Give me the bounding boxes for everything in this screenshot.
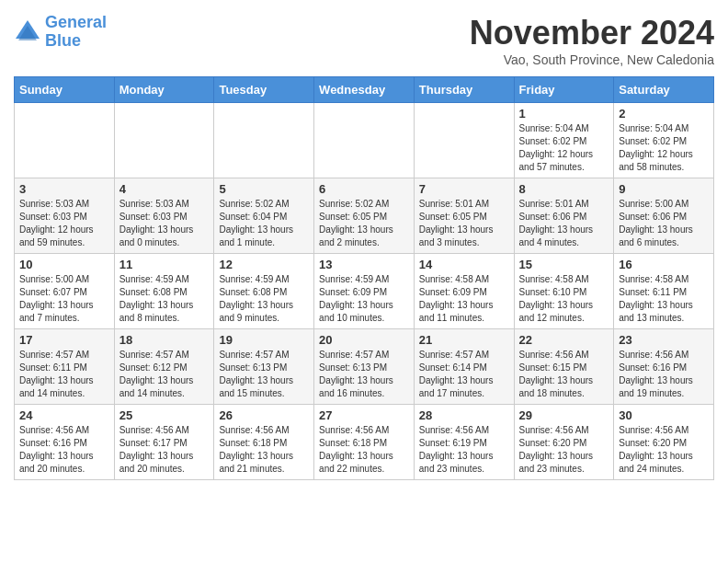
day-info: Sunrise: 5:03 AM Sunset: 6:03 PM Dayligh…: [19, 198, 109, 249]
day-info: Sunrise: 5:00 AM Sunset: 6:06 PM Dayligh…: [619, 198, 709, 249]
day-number: 10: [19, 258, 109, 271]
day-number: 24: [19, 408, 109, 422]
day-number: 20: [319, 333, 409, 347]
day-number: 28: [419, 408, 509, 422]
day-number: 3: [19, 182, 109, 196]
day-info: Sunrise: 4:56 AM Sunset: 6:20 PM Dayligh…: [519, 424, 609, 476]
day-info: Sunrise: 4:57 AM Sunset: 6:13 PM Dayligh…: [319, 349, 409, 400]
day-number: 17: [19, 333, 109, 347]
day-number: 30: [619, 408, 709, 422]
weekday-header: Thursday: [414, 77, 514, 103]
day-info: Sunrise: 4:57 AM Sunset: 6:11 PM Dayligh…: [19, 349, 109, 400]
calendar-cell: 26Sunrise: 4:56 AM Sunset: 6:18 PM Dayli…: [214, 405, 314, 480]
calendar-cell: 19Sunrise: 4:57 AM Sunset: 6:13 PM Dayli…: [214, 329, 314, 405]
day-number: 22: [519, 333, 609, 347]
day-info: Sunrise: 4:58 AM Sunset: 6:10 PM Dayligh…: [519, 273, 609, 325]
day-number: 25: [119, 408, 210, 422]
calendar-cell: [314, 103, 415, 178]
day-info: Sunrise: 4:56 AM Sunset: 6:15 PM Dayligh…: [519, 349, 609, 400]
day-number: 16: [619, 258, 709, 271]
day-info: Sunrise: 4:56 AM Sunset: 6:17 PM Dayligh…: [119, 424, 210, 476]
calendar-cell: 30Sunrise: 4:56 AM Sunset: 6:20 PM Dayli…: [614, 405, 714, 480]
day-number: 8: [519, 182, 609, 196]
calendar-cell: 16Sunrise: 4:58 AM Sunset: 6:11 PM Dayli…: [614, 254, 714, 329]
day-info: Sunrise: 5:02 AM Sunset: 6:05 PM Dayligh…: [319, 198, 409, 249]
day-number: 15: [519, 258, 609, 271]
calendar-cell: [414, 103, 514, 178]
day-info: Sunrise: 4:58 AM Sunset: 6:11 PM Dayligh…: [619, 273, 709, 325]
calendar-cell: 4Sunrise: 5:03 AM Sunset: 6:03 PM Daylig…: [114, 178, 214, 254]
day-number: 1: [519, 107, 609, 121]
calendar-cell: [214, 103, 314, 178]
day-info: Sunrise: 5:03 AM Sunset: 6:03 PM Dayligh…: [119, 198, 210, 249]
calendar-cell: 29Sunrise: 4:56 AM Sunset: 6:20 PM Dayli…: [514, 405, 614, 480]
calendar-cell: 9Sunrise: 5:00 AM Sunset: 6:06 PM Daylig…: [614, 178, 714, 254]
month-title: November 2024: [470, 14, 714, 52]
logo-text: General Blue: [45, 14, 107, 51]
calendar-cell: 6Sunrise: 5:02 AM Sunset: 6:05 PM Daylig…: [314, 178, 415, 254]
day-info: Sunrise: 4:56 AM Sunset: 6:18 PM Dayligh…: [219, 424, 309, 476]
day-info: Sunrise: 4:57 AM Sunset: 6:12 PM Dayligh…: [119, 349, 210, 400]
weekday-header: Monday: [114, 77, 214, 103]
calendar-cell: 28Sunrise: 4:56 AM Sunset: 6:19 PM Dayli…: [414, 405, 514, 480]
weekday-header: Friday: [514, 77, 614, 103]
calendar-cell: 24Sunrise: 4:56 AM Sunset: 6:16 PM Dayli…: [15, 405, 115, 480]
day-number: 29: [519, 408, 609, 422]
day-info: Sunrise: 4:56 AM Sunset: 6:16 PM Dayligh…: [19, 424, 109, 476]
calendar-week-row: 10Sunrise: 5:00 AM Sunset: 6:07 PM Dayli…: [15, 254, 714, 329]
day-info: Sunrise: 5:04 AM Sunset: 6:02 PM Dayligh…: [519, 122, 609, 174]
day-number: 5: [219, 182, 309, 196]
day-number: 12: [219, 258, 309, 271]
calendar-cell: 13Sunrise: 4:59 AM Sunset: 6:09 PM Dayli…: [314, 254, 415, 329]
calendar-cell: 18Sunrise: 4:57 AM Sunset: 6:12 PM Dayli…: [114, 329, 214, 405]
calendar-week-row: 24Sunrise: 4:56 AM Sunset: 6:16 PM Dayli…: [15, 405, 714, 480]
calendar-cell: 12Sunrise: 4:59 AM Sunset: 6:08 PM Dayli…: [214, 254, 314, 329]
day-number: 13: [319, 258, 409, 271]
day-info: Sunrise: 5:01 AM Sunset: 6:05 PM Dayligh…: [419, 198, 509, 249]
calendar-cell: 20Sunrise: 4:57 AM Sunset: 6:13 PM Dayli…: [314, 329, 415, 405]
weekday-header: Saturday: [614, 77, 714, 103]
calendar-cell: 15Sunrise: 4:58 AM Sunset: 6:10 PM Dayli…: [514, 254, 614, 329]
calendar-cell: 1Sunrise: 5:04 AM Sunset: 6:02 PM Daylig…: [514, 103, 614, 178]
day-number: 26: [219, 408, 309, 422]
day-number: 2: [619, 107, 709, 121]
calendar-cell: [15, 103, 115, 178]
day-number: 18: [119, 333, 210, 347]
weekday-header-row: SundayMondayTuesdayWednesdayThursdayFrid…: [15, 77, 714, 103]
title-area: November 2024 Vao, South Province, New C…: [470, 14, 714, 67]
calendar-cell: 27Sunrise: 4:56 AM Sunset: 6:18 PM Dayli…: [314, 405, 415, 480]
day-number: 19: [219, 333, 309, 347]
calendar-cell: 7Sunrise: 5:01 AM Sunset: 6:05 PM Daylig…: [414, 178, 514, 254]
day-info: Sunrise: 4:56 AM Sunset: 6:20 PM Dayligh…: [619, 424, 709, 476]
logo: General Blue: [14, 14, 107, 51]
calendar-cell: 8Sunrise: 5:01 AM Sunset: 6:06 PM Daylig…: [514, 178, 614, 254]
page-header: General Blue November 2024 Vao, South Pr…: [14, 14, 714, 67]
calendar-cell: 10Sunrise: 5:00 AM Sunset: 6:07 PM Dayli…: [15, 254, 115, 329]
calendar-cell: 21Sunrise: 4:57 AM Sunset: 6:14 PM Dayli…: [414, 329, 514, 405]
calendar-week-row: 3Sunrise: 5:03 AM Sunset: 6:03 PM Daylig…: [15, 178, 714, 254]
calendar-cell: 2Sunrise: 5:04 AM Sunset: 6:02 PM Daylig…: [614, 103, 714, 178]
logo-icon: [14, 18, 41, 46]
calendar-cell: 25Sunrise: 4:56 AM Sunset: 6:17 PM Dayli…: [114, 405, 214, 480]
weekday-header: Wednesday: [314, 77, 415, 103]
calendar-week-row: 1Sunrise: 5:04 AM Sunset: 6:02 PM Daylig…: [15, 103, 714, 178]
calendar-cell: 22Sunrise: 4:56 AM Sunset: 6:15 PM Dayli…: [514, 329, 614, 405]
weekday-header: Sunday: [15, 77, 115, 103]
calendar-table: SundayMondayTuesdayWednesdayThursdayFrid…: [14, 76, 714, 480]
day-number: 27: [319, 408, 409, 422]
calendar-cell: 3Sunrise: 5:03 AM Sunset: 6:03 PM Daylig…: [15, 178, 115, 254]
day-info: Sunrise: 4:57 AM Sunset: 6:14 PM Dayligh…: [419, 349, 509, 400]
day-info: Sunrise: 5:02 AM Sunset: 6:04 PM Dayligh…: [219, 198, 309, 249]
day-info: Sunrise: 4:56 AM Sunset: 6:16 PM Dayligh…: [619, 349, 709, 400]
day-info: Sunrise: 4:56 AM Sunset: 6:19 PM Dayligh…: [419, 424, 509, 476]
calendar-week-row: 17Sunrise: 4:57 AM Sunset: 6:11 PM Dayli…: [15, 329, 714, 405]
day-number: 4: [119, 182, 210, 196]
day-number: 21: [419, 333, 509, 347]
location: Vao, South Province, New Caledonia: [470, 52, 714, 67]
day-number: 23: [619, 333, 709, 347]
calendar-cell: 14Sunrise: 4:58 AM Sunset: 6:09 PM Dayli…: [414, 254, 514, 329]
calendar-cell: 5Sunrise: 5:02 AM Sunset: 6:04 PM Daylig…: [214, 178, 314, 254]
weekday-header: Tuesday: [214, 77, 314, 103]
calendar-cell: 23Sunrise: 4:56 AM Sunset: 6:16 PM Dayli…: [614, 329, 714, 405]
day-info: Sunrise: 4:59 AM Sunset: 6:09 PM Dayligh…: [319, 273, 409, 325]
